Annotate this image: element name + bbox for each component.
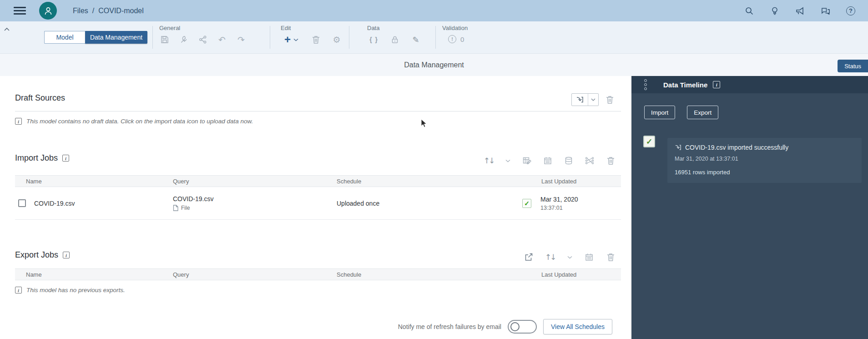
breadcrumb-files[interactable]: Files bbox=[73, 7, 88, 15]
tab-data-management[interactable]: Data Management bbox=[85, 31, 147, 44]
info-icon[interactable]: i bbox=[713, 81, 720, 88]
export-jobs-toolbar: ↑↓ bbox=[524, 253, 615, 262]
import-event-icon bbox=[675, 144, 681, 151]
info-icon: i bbox=[15, 287, 22, 293]
row-checkbox[interactable] bbox=[18, 199, 26, 207]
delete-icon[interactable] bbox=[606, 156, 615, 165]
column-header-last-updated[interactable]: Last Updated bbox=[522, 271, 621, 278]
validation-warning-icon[interactable]: ! bbox=[448, 35, 456, 43]
export-jobs-table: Name Query Schedule Last Updated bbox=[15, 268, 621, 280]
column-header-query[interactable]: Query bbox=[173, 271, 337, 278]
column-header-name[interactable]: Name bbox=[15, 178, 173, 185]
model-view-switch: Model Data Management bbox=[44, 31, 147, 44]
mapping-icon[interactable] bbox=[585, 156, 594, 165]
data-timeline-header: Data Timeline i bbox=[631, 76, 868, 93]
column-header-schedule[interactable]: Schedule bbox=[337, 271, 522, 278]
draft-delete-icon[interactable] bbox=[605, 95, 614, 104]
schedule-calendar-icon[interactable] bbox=[585, 253, 594, 262]
export-jobs-heading: Export Jobs i bbox=[15, 250, 70, 260]
data-source-icon[interactable] bbox=[564, 156, 573, 165]
info-icon[interactable]: i bbox=[62, 155, 69, 162]
toolbar: Model Data Management General ↶ ↷ Edit + bbox=[0, 21, 868, 54]
import-data-split-button[interactable] bbox=[571, 93, 599, 106]
timeline-export-filter-button[interactable]: Export bbox=[687, 106, 718, 119]
discussions-icon[interactable] bbox=[821, 6, 831, 16]
collapse-toolbar-icon[interactable] bbox=[4, 27, 10, 31]
schedules-footer: Notify me of refresh failures by email V… bbox=[398, 319, 612, 334]
group-label-validation: Validation bbox=[442, 25, 468, 31]
notify-email-toggle[interactable] bbox=[508, 320, 537, 334]
data-timeline-panel: Data Timeline i Import Export ✓ COVID-19… bbox=[631, 76, 868, 339]
timeline-entry-detail: 16951 rows imported bbox=[675, 169, 854, 176]
breadcrumb: Files / COVID-model bbox=[73, 0, 144, 21]
group-validation-icons: ! 0 bbox=[448, 35, 464, 43]
help-icon[interactable]: ? bbox=[846, 6, 855, 15]
timeline-entry-timestamp: Mar 31, 2020 at 13:37:01 bbox=[675, 156, 854, 162]
panel-grip-icon[interactable] bbox=[644, 79, 647, 90]
sort-chevron-down-icon[interactable] bbox=[567, 253, 572, 262]
notify-email-label: Notify me of refresh failures by email bbox=[398, 323, 501, 330]
import-options-chevron-down-icon[interactable] bbox=[588, 94, 598, 106]
share-icon[interactable] bbox=[198, 35, 207, 44]
view-all-schedules-button[interactable]: View All Schedules bbox=[543, 319, 612, 334]
column-header-query[interactable]: Query bbox=[173, 178, 337, 185]
import-jobs-table: Name Query Schedule Last Updated COVID-1… bbox=[15, 175, 621, 220]
data-timeline-title: Data Timeline bbox=[663, 81, 707, 89]
user-avatar[interactable] bbox=[39, 2, 57, 20]
success-check-icon: ✓ bbox=[522, 199, 531, 208]
group-label-edit: Edit bbox=[281, 25, 291, 31]
add-icon[interactable]: + bbox=[283, 35, 292, 44]
sort-icon[interactable]: ↑↓ bbox=[484, 156, 493, 165]
draft-sources-info: i This model contains no draft data. Cli… bbox=[15, 118, 253, 125]
status-button[interactable]: Status bbox=[838, 60, 868, 72]
column-header-last-updated[interactable]: Last Updated bbox=[522, 178, 621, 185]
sort-chevron-down-icon[interactable] bbox=[505, 156, 510, 165]
delete-icon[interactable] bbox=[311, 35, 320, 44]
edit-pencil-icon[interactable]: ✎ bbox=[411, 35, 420, 44]
announcement-icon[interactable] bbox=[795, 6, 805, 16]
top-header: Files / COVID-model ? bbox=[0, 0, 868, 21]
data-management-content: Draft Sources i This model contains no d… bbox=[0, 76, 631, 339]
lightbulb-icon[interactable] bbox=[770, 6, 780, 16]
group-general-icons: ↶ ↷ bbox=[160, 35, 246, 44]
sort-icon[interactable]: ↑↓ bbox=[545, 253, 555, 262]
column-header-schedule[interactable]: Schedule bbox=[337, 178, 522, 185]
table-row[interactable]: COVID-19.csv COVID-19.csv File Uploaded … bbox=[15, 187, 621, 220]
import-data-icon[interactable] bbox=[572, 94, 588, 106]
info-icon[interactable]: i bbox=[63, 252, 70, 258]
formulas-braces-icon[interactable]: { } bbox=[369, 35, 378, 44]
schedule-calendar-icon[interactable] bbox=[543, 156, 552, 165]
hamburger-menu-icon[interactable] bbox=[14, 7, 26, 15]
file-icon bbox=[173, 205, 178, 211]
timeline-entry[interactable]: ✓ COVID-19.csv imported successfully Mar… bbox=[643, 136, 868, 183]
undo-icon[interactable]: ↶ bbox=[217, 35, 227, 44]
group-label-data: Data bbox=[367, 25, 379, 31]
toolbar-separator bbox=[435, 26, 436, 49]
breadcrumb-separator: / bbox=[92, 7, 94, 15]
breadcrumb-current: COVID-model bbox=[98, 7, 144, 15]
job-name: COVID-19.csv bbox=[34, 200, 75, 207]
column-header-name[interactable]: Name bbox=[15, 271, 173, 278]
delete-icon[interactable] bbox=[606, 253, 615, 262]
timeline-success-checkbox: ✓ bbox=[643, 136, 655, 147]
settings-gear-icon[interactable]: ⚙ bbox=[332, 35, 341, 44]
wrench-icon[interactable] bbox=[179, 35, 188, 44]
search-icon[interactable] bbox=[744, 6, 754, 16]
person-icon bbox=[43, 6, 53, 16]
toolbar-separator bbox=[152, 26, 153, 49]
sap-analytics-cloud-window: Files / COVID-model ? Model Dat bbox=[0, 0, 868, 339]
add-chevron-down-icon[interactable] bbox=[292, 35, 299, 44]
job-updated-date: Mar 31, 2020 bbox=[540, 196, 578, 203]
timeline-import-filter-button[interactable]: Import bbox=[644, 106, 675, 119]
toolbar-separator bbox=[270, 26, 270, 49]
timeline-filter-buttons: Import Export bbox=[644, 106, 868, 119]
redo-icon[interactable]: ↷ bbox=[237, 35, 246, 44]
lock-icon[interactable] bbox=[390, 35, 399, 44]
tab-model[interactable]: Model bbox=[44, 31, 85, 44]
edit-query-icon[interactable] bbox=[522, 156, 531, 165]
toolbar-separator bbox=[349, 26, 349, 49]
timeline-entry-card[interactable]: COVID-19.csv imported successfully Mar 3… bbox=[667, 138, 862, 183]
import-jobs-table-header: Name Query Schedule Last Updated bbox=[15, 175, 621, 187]
save-icon[interactable] bbox=[160, 35, 169, 44]
export-data-icon[interactable] bbox=[524, 253, 533, 262]
